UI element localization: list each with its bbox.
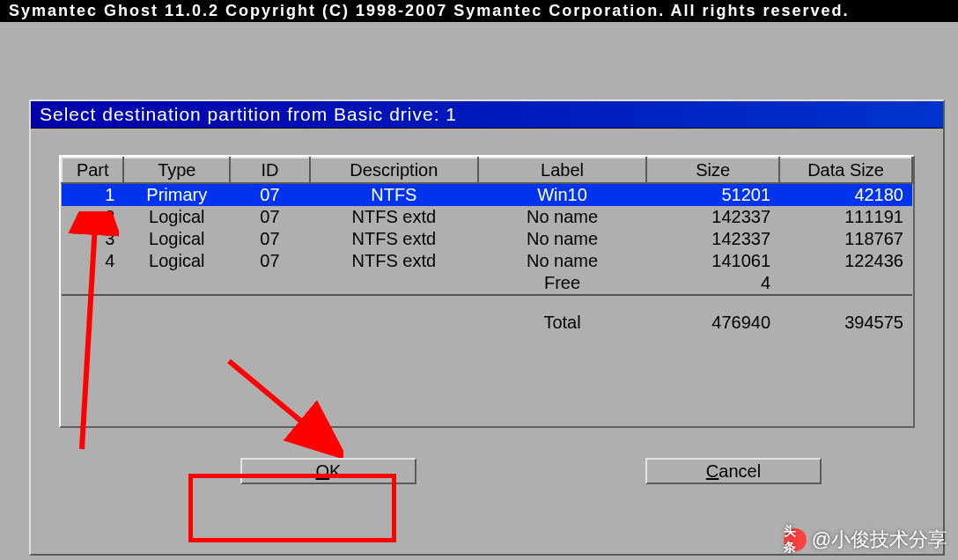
dialog-title-bar: Select destination partition from Basic … [31,101,943,129]
cell-label: No name [478,206,646,228]
free-label: Free [478,272,646,295]
partition-table-wrap: Part Type ID Description Label Size Data… [59,155,915,428]
cell-part: 4 [62,250,123,272]
copyright-text: Symantec Ghost 11.0.2 Copyright (C) 1998… [9,2,850,19]
cell-type: Primary [123,183,230,206]
cell-size: 142337 [646,206,779,228]
app-header: Symantec Ghost 11.0.2 Copyright (C) 1998… [0,0,958,22]
col-header-part[interactable]: Part [62,158,123,183]
total-row: Total476940394575 [62,297,912,334]
cell-label: Win10 [478,183,646,206]
cell-desc: NTFS [310,183,478,206]
cell-id: 07 [230,183,310,206]
cell-desc: NTFS extd [310,250,478,272]
cell-dsize: 42180 [779,183,912,206]
watermark-icon: 头条 [784,528,807,551]
partition-table: Part Type ID Description Label Size Data… [61,157,913,334]
dialog-title: Select destination partition from Basic … [40,104,457,124]
cancel-button[interactable]: Cancel [645,458,822,484]
cell-dsize: 111191 [779,206,912,228]
destination-partition-dialog: Select destination partition from Basic … [29,99,945,556]
cell-label: No name [478,228,646,250]
table-row[interactable]: 4Logical07NTFS extdNo name141061122436 [62,250,912,272]
cancel-rest: ancel [718,461,761,482]
cell-size: 141061 [646,250,779,272]
table-row[interactable]: 1Primary07NTFSWin105120142180 [62,183,912,206]
cell-size: 142337 [646,228,779,250]
col-header-data-size[interactable]: Data Size [779,158,912,183]
cell-type: Logical [123,206,230,228]
cell-dsize: 118767 [779,228,912,250]
table-header-row: Part Type ID Description Label Size Data… [62,158,912,183]
cell-id: 07 [230,228,310,250]
table-row[interactable]: 2Logical07NTFS extdNo name142337111191 [62,206,912,228]
col-header-id[interactable]: ID [230,158,310,183]
cell-size: 51201 [646,183,779,206]
cell-id: 07 [230,206,310,228]
col-header-type[interactable]: Type [123,158,230,183]
total-size: 476940 [646,297,779,334]
total-label: Total [478,297,646,334]
ok-accel: O [316,461,330,482]
cancel-accel: C [706,461,718,482]
cell-type: Logical [123,228,230,250]
cell-desc: NTFS extd [310,228,478,250]
button-row: OK Cancel [59,458,915,484]
cell-part: 1 [62,183,123,206]
cell-part: 2 [62,206,123,228]
free-size: 4 [646,272,779,295]
cell-label: No name [478,250,646,272]
watermark: 头条 @小俊技术分享 [784,527,947,553]
cell-desc: NTFS extd [310,206,478,228]
col-header-label[interactable]: Label [478,158,646,183]
cell-type: Logical [123,250,230,272]
total-dsize: 394575 [779,297,912,334]
watermark-text: @小俊技术分享 [812,527,947,553]
free-row: Free4 [62,272,912,295]
col-header-size[interactable]: Size [646,158,779,183]
col-header-description[interactable]: Description [310,158,478,183]
ok-button[interactable]: OK [240,458,416,484]
dialog-content: Part Type ID Description Label Size Data… [31,129,943,502]
cell-dsize: 122436 [779,250,912,272]
cell-part: 3 [62,228,123,250]
table-row[interactable]: 3Logical07NTFS extdNo name142337118767 [62,228,912,250]
ok-rest: K [329,461,341,482]
cell-id: 07 [230,250,310,272]
